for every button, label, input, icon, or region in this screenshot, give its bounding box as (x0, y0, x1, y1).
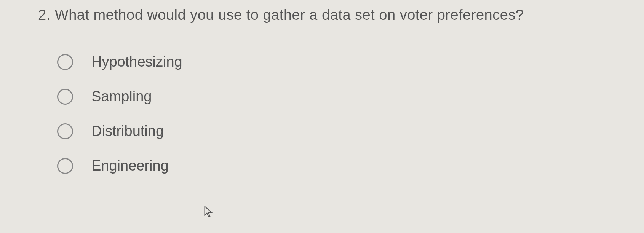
radio-button[interactable] (57, 158, 73, 174)
option-row[interactable]: Distributing (57, 123, 644, 139)
radio-button[interactable] (57, 123, 73, 139)
option-label: Engineering (91, 158, 169, 174)
question-prompt: 2. What method would you use to gather a… (38, 7, 644, 23)
options-list: Hypothesizing Sampling Distributing Engi… (38, 54, 644, 174)
option-label: Hypothesizing (91, 54, 182, 70)
option-label: Sampling (91, 88, 152, 105)
cursor-icon (204, 206, 214, 218)
option-row[interactable]: Hypothesizing (57, 54, 644, 70)
question-number: 2. (38, 7, 51, 23)
radio-button[interactable] (57, 89, 73, 105)
option-row[interactable]: Engineering (57, 158, 644, 174)
option-row[interactable]: Sampling (57, 88, 644, 105)
radio-button[interactable] (57, 54, 73, 70)
question-text: What method would you use to gather a da… (55, 7, 524, 23)
option-label: Distributing (91, 123, 164, 139)
